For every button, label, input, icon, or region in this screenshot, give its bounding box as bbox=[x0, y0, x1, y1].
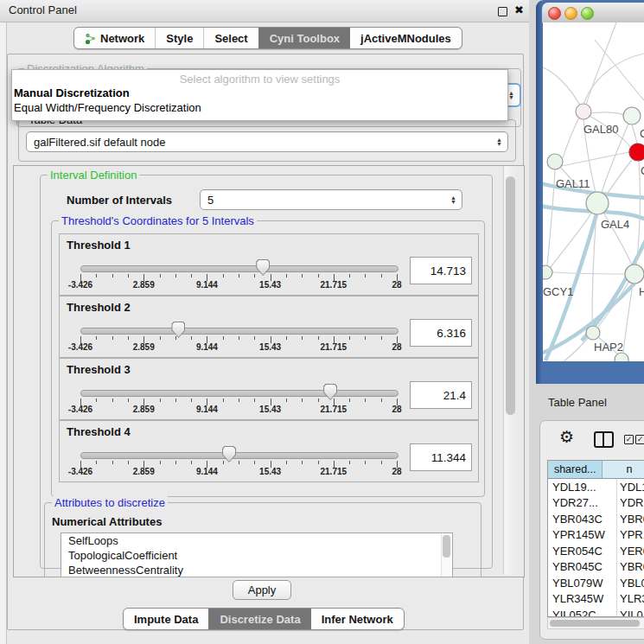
apply-button[interactable]: Apply bbox=[233, 580, 291, 600]
cell-name: YBR0 bbox=[616, 511, 644, 527]
network-canvas[interactable]: GAL80GACGAL11GAL4GCY1HHAP2 bbox=[543, 22, 644, 361]
settings-scrollbar[interactable] bbox=[503, 166, 518, 575]
threshold-label: Threshold 3 bbox=[67, 363, 131, 376]
table-row[interactable]: YIL052CYIL0 bbox=[548, 607, 644, 617]
threshold-value-field[interactable]: 21.4 bbox=[410, 381, 472, 409]
cyni-toolbox-panel: Discretization Algorithm ▲▼ Select algor… bbox=[7, 54, 524, 630]
tick-label: 2.859 bbox=[133, 280, 155, 290]
tick-mark bbox=[365, 336, 366, 340]
tick-mark bbox=[160, 274, 161, 277]
tick-mark bbox=[175, 461, 176, 464]
checkbox-icon[interactable]: ✓ bbox=[635, 435, 644, 444]
table-row[interactable]: YBR045CYBR0 bbox=[548, 559, 644, 576]
tab-select[interactable]: Select bbox=[203, 28, 258, 48]
network-node-ga[interactable] bbox=[623, 107, 641, 124]
algorithm-option-equal-width[interactable]: Equal Width/Frequency Discretization bbox=[12, 100, 507, 115]
tick-mark bbox=[365, 399, 366, 402]
table-row[interactable]: YBR043CYBR0 bbox=[548, 511, 644, 527]
table-row[interactable]: YER054CYER0 bbox=[548, 543, 644, 559]
cell-name: YDR2 bbox=[616, 495, 644, 512]
checkbox-icon[interactable]: ✓ bbox=[624, 435, 634, 444]
numerical-attributes-list[interactable]: SelfLoopsTopologicalCoefficientBetweenne… bbox=[61, 532, 453, 577]
tick-label: -3.426 bbox=[68, 280, 92, 290]
attribute-list-item[interactable]: TopologicalCoefficient bbox=[61, 548, 452, 563]
settings-scrollbar-thumb[interactable] bbox=[506, 176, 515, 415]
control-panel-titlebar: Control Panel ✖ bbox=[0, 0, 529, 22]
table-horizontal-scrollbar-thumb[interactable] bbox=[550, 620, 640, 627]
tab-cyni-toolbox[interactable]: Cyni Toolbox bbox=[258, 28, 350, 48]
threshold-value-field[interactable]: 11.344 bbox=[410, 443, 472, 471]
tick-label: 21.715 bbox=[321, 342, 348, 352]
attributes-list-scrollbar-thumb[interactable] bbox=[443, 535, 450, 558]
number-of-intervals-combobox[interactable]: 5 ▲▼ bbox=[200, 189, 462, 210]
column-header-shared-name[interactable]: shared... bbox=[548, 461, 603, 478]
network-node-gal80[interactable] bbox=[576, 104, 591, 119]
tick-mark bbox=[223, 336, 224, 340]
network-node-c[interactable] bbox=[629, 143, 644, 161]
slider-track[interactable] bbox=[80, 328, 399, 335]
table-row[interactable]: YBL079WYBL0 bbox=[548, 575, 644, 591]
tick-mark bbox=[365, 461, 366, 464]
slider-track[interactable] bbox=[80, 452, 399, 459]
slider-track[interactable] bbox=[80, 390, 399, 397]
close-traffic-light-icon[interactable] bbox=[548, 7, 561, 20]
algorithm-option-manual[interactable]: Manual Discretization bbox=[12, 86, 507, 100]
slider-tick-labels: -3.4262.8599.14415.4321.71528 bbox=[80, 342, 397, 353]
cell-shared-name: YBR043C bbox=[548, 513, 616, 526]
tick-mark bbox=[318, 336, 319, 340]
tab-style[interactable]: Style bbox=[155, 28, 203, 48]
tick-mark bbox=[254, 274, 255, 277]
split-view-icon[interactable] bbox=[594, 431, 614, 448]
network-node-gal4[interactable] bbox=[586, 192, 609, 214]
network-node-gcy1[interactable] bbox=[543, 265, 552, 279]
tick-label: 15.43 bbox=[259, 280, 281, 290]
table-row[interactable]: YPR145WYPR1 bbox=[548, 527, 644, 544]
tick-label: 9.144 bbox=[196, 467, 218, 476]
tab-impute-data[interactable]: Impute Data bbox=[124, 609, 208, 629]
table-row[interactable]: YDR27...YDR2 bbox=[548, 495, 644, 512]
close-icon[interactable]: ✖ bbox=[514, 3, 524, 16]
tick-label: 28 bbox=[392, 467, 401, 476]
tick-mark bbox=[254, 461, 255, 464]
table-row[interactable]: YDL19...YDL1 bbox=[548, 479, 644, 495]
settings-scrollpane: Interval Definition Number of Intervals … bbox=[13, 165, 525, 577]
tab-infer-network[interactable]: Infer Network bbox=[311, 609, 404, 629]
cell-name: YPR1 bbox=[616, 527, 644, 544]
algorithm-popup-hint: Select algorithm to view settings bbox=[12, 73, 507, 86]
threshold-panel-2: Threshold 2-3.4262.8599.14415.4321.71528… bbox=[59, 296, 479, 358]
tick-label: 28 bbox=[392, 342, 401, 352]
cell-name: YER0 bbox=[616, 543, 644, 559]
gear-icon[interactable]: ⚙ bbox=[559, 428, 574, 447]
tick-mark bbox=[239, 274, 239, 277]
threshold-value-field[interactable]: 14.713 bbox=[410, 257, 472, 284]
network-node-h[interactable] bbox=[625, 265, 644, 284]
column-header-name[interactable]: n bbox=[603, 461, 644, 478]
number-of-intervals-label: Number of Intervals bbox=[67, 194, 172, 207]
float-window-icon[interactable] bbox=[498, 7, 507, 16]
cell-name: YLR3 bbox=[616, 591, 644, 608]
tab-discretize-data[interactable]: Discretize Data bbox=[208, 609, 310, 629]
zoom-traffic-light-icon[interactable] bbox=[581, 7, 594, 20]
threshold-value-field[interactable]: 6.316 bbox=[410, 319, 472, 347]
tick-label: 2.859 bbox=[133, 467, 155, 476]
minimize-traffic-light-icon[interactable] bbox=[564, 7, 577, 20]
cell-name: YIL0 bbox=[616, 607, 643, 617]
network-node[interactable] bbox=[615, 353, 628, 361]
attribute-list-item[interactable]: SelfLoops bbox=[61, 533, 452, 548]
table-row[interactable]: YLR345WYLR3 bbox=[548, 591, 644, 608]
network-node-gal11[interactable] bbox=[547, 154, 563, 169]
tab-label: Infer Network bbox=[322, 613, 393, 626]
tab-jactivemnodules[interactable]: jActiveMNodules bbox=[350, 28, 462, 48]
node-label: HAP2 bbox=[594, 341, 623, 354]
combo-stepper-icon: ▲▼ bbox=[450, 195, 456, 204]
attributes-list-scrollbar[interactable] bbox=[441, 534, 451, 577]
tab-label: Discretize Data bbox=[220, 613, 300, 626]
tick-mark bbox=[191, 399, 192, 402]
attribute-list-item[interactable]: BetweennessCentrality bbox=[61, 563, 452, 577]
table-data-combobox[interactable]: galFiltered.sif default node ▲▼ bbox=[26, 131, 508, 152]
slider-track[interactable] bbox=[80, 265, 399, 272]
cell-shared-name: YER054C bbox=[548, 545, 616, 558]
tab-network[interactable]: Network bbox=[74, 28, 155, 48]
network-node-hap2[interactable] bbox=[586, 326, 600, 340]
table-horizontal-scrollbar[interactable] bbox=[547, 617, 644, 629]
